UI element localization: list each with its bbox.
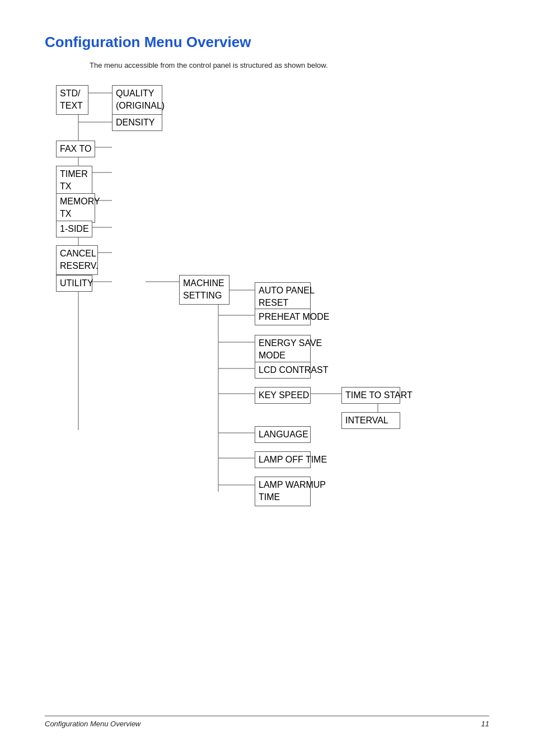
subtitle: The menu accessible from the control pan… bbox=[90, 61, 489, 69]
page: Configuration Menu Overview The menu acc… bbox=[0, 0, 534, 531]
footer-left: Configuration Menu Overview bbox=[45, 720, 140, 728]
tree-diagram: STD/ TEXT QUALITY (ORIGINAL) DENSITY FAX… bbox=[56, 83, 448, 508]
node-cancel-reserv: CANCEL RESERV. bbox=[56, 245, 98, 275]
page-title: Configuration Menu Overview bbox=[45, 34, 489, 51]
tree-lines bbox=[56, 83, 448, 508]
node-lcd-contrast: LCD CONTRAST bbox=[255, 362, 311, 379]
footer: Configuration Menu Overview 11 bbox=[45, 716, 489, 728]
node-memory-tx: MEMORY TX bbox=[56, 193, 95, 223]
node-fax-to: FAX TO bbox=[56, 141, 95, 157]
node-preheat-mode: PREHEAT MODE bbox=[255, 309, 311, 325]
node-lamp-off-time: LAMP OFF TIME bbox=[255, 451, 311, 468]
node-time-to-start: TIME TO START bbox=[341, 387, 400, 404]
footer-right: 11 bbox=[481, 720, 489, 728]
node-one-side: 1-SIDE bbox=[56, 221, 92, 237]
node-density: DENSITY bbox=[112, 114, 162, 131]
node-interval: INTERVAL bbox=[341, 412, 400, 429]
node-language: LANGUAGE bbox=[255, 426, 311, 443]
node-energy-save-mode: ENERGY SAVE MODE bbox=[255, 335, 311, 365]
node-quality: QUALITY (ORIGINAL) bbox=[112, 85, 162, 115]
node-std-text: STD/ TEXT bbox=[56, 85, 88, 115]
node-timer-tx: TIMER TX bbox=[56, 166, 92, 195]
node-utility: UTILITY bbox=[56, 275, 92, 292]
node-machine-setting: MACHINE SETTING bbox=[179, 275, 229, 305]
node-auto-panel-reset: AUTO PANEL RESET bbox=[255, 282, 311, 312]
node-lamp-warmup-time: LAMP WARMUP TIME bbox=[255, 477, 311, 506]
node-key-speed: KEY SPEED bbox=[255, 387, 311, 404]
